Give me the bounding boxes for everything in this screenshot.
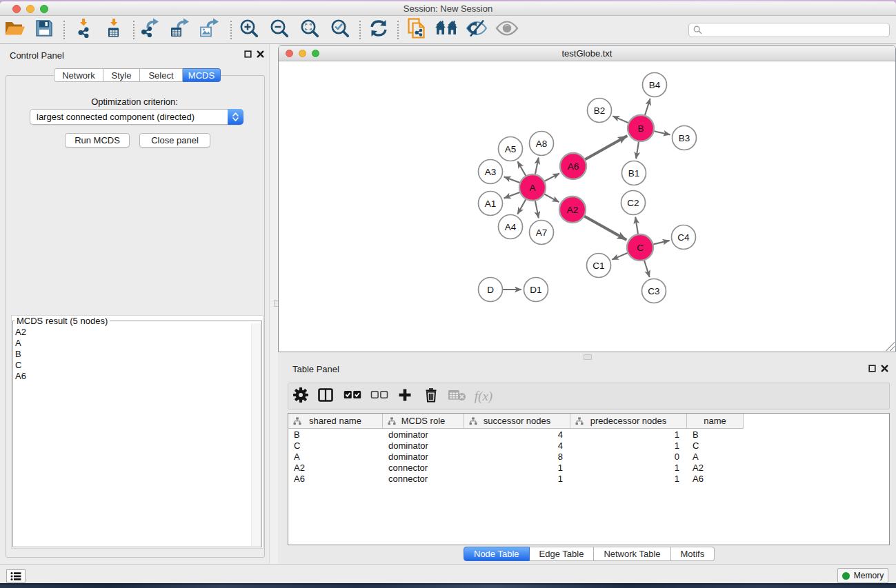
open-session-button[interactable] <box>3 19 26 41</box>
cell-shared-name[interactable]: C <box>288 440 383 452</box>
search-input[interactable] <box>688 23 890 37</box>
node-A5[interactable]: A5 <box>499 137 523 161</box>
tab-motifs[interactable]: Motifs <box>671 547 715 561</box>
cell-successor-nodes[interactable]: 4 <box>464 440 570 452</box>
node-A1[interactable]: A1 <box>479 192 503 216</box>
column-header-MCDS-role[interactable]: MCDS role <box>383 414 464 429</box>
node-D[interactable]: D <box>479 278 503 302</box>
tab-network-table[interactable]: Network Table <box>594 547 670 561</box>
column-header-successor-nodes[interactable]: successor nodes <box>464 414 570 429</box>
table-row[interactable]: A2connector11A2 <box>288 463 744 474</box>
node-A7[interactable]: A7 <box>530 221 554 245</box>
node-B3[interactable]: B3 <box>673 126 697 150</box>
select-all-columns-button[interactable] <box>344 390 361 403</box>
export-network-button[interactable] <box>140 18 161 41</box>
save-session-button[interactable] <box>34 19 54 41</box>
cell-shared-name[interactable]: A <box>288 452 383 463</box>
node-A3[interactable]: A3 <box>479 160 503 184</box>
tab-mcds[interactable]: MCDS <box>183 68 221 82</box>
cell-predecessor-nodes[interactable]: 0 <box>570 452 687 463</box>
zoom-out-button[interactable] <box>269 18 290 41</box>
cell-successor-nodes[interactable]: 8 <box>464 452 570 463</box>
export-table-button[interactable] <box>170 18 190 41</box>
cell-name[interactable]: B <box>687 429 744 440</box>
mcds-result-item[interactable]: A6 <box>15 371 26 382</box>
node-B4[interactable]: B4 <box>643 73 667 97</box>
cell-MCDS-role[interactable]: dominator <box>383 440 464 452</box>
network-window-resize-grip[interactable] <box>886 342 895 351</box>
cell-MCDS-role[interactable]: dominator <box>383 452 464 463</box>
unselect-all-columns-button[interactable] <box>370 390 388 403</box>
cell-predecessor-nodes[interactable]: 1 <box>570 429 687 440</box>
close-panel-icon[interactable] <box>257 50 264 58</box>
node-C2[interactable]: C2 <box>621 191 646 215</box>
toggle-column-display-button[interactable] <box>318 387 333 405</box>
mcds-result-item[interactable]: C <box>15 360 26 371</box>
cell-MCDS-role[interactable]: dominator <box>383 429 464 440</box>
mcds-result-item[interactable]: A2 <box>15 327 26 338</box>
node-B1[interactable]: B1 <box>622 161 646 185</box>
zoom-selected-button[interactable] <box>330 18 350 41</box>
node-D1[interactable]: D1 <box>524 278 548 302</box>
memory-button[interactable]: Memory <box>837 568 888 583</box>
cell-MCDS-role[interactable]: connector <box>383 463 464 474</box>
node-B2[interactable]: B2 <box>588 99 612 123</box>
node-A6[interactable]: A6 <box>560 153 586 179</box>
table-settings-button[interactable] <box>293 387 308 405</box>
tab-edge-table[interactable]: Edge Table <box>530 547 595 561</box>
hide-selected-button[interactable] <box>466 19 488 40</box>
show-selected-button[interactable] <box>495 20 519 39</box>
cell-MCDS-role[interactable]: connector <box>383 474 464 485</box>
tab-select[interactable]: Select <box>140 68 183 82</box>
mcds-result-item[interactable]: B <box>15 349 26 360</box>
import-network-button[interactable] <box>74 18 93 41</box>
node-C3[interactable]: C3 <box>642 279 666 303</box>
node-A4[interactable]: A4 <box>499 215 523 239</box>
cell-predecessor-nodes[interactable]: 1 <box>570 440 687 452</box>
create-new-column-button[interactable] <box>398 388 412 405</box>
export-image-button[interactable] <box>199 18 220 41</box>
table-row[interactable]: Adominator80A <box>288 452 744 463</box>
cell-successor-nodes[interactable]: 4 <box>464 429 570 440</box>
cell-successor-nodes[interactable]: 1 <box>464 463 570 474</box>
cell-shared-name[interactable]: A6 <box>288 474 383 485</box>
cell-name[interactable]: A6 <box>687 474 744 485</box>
node-B[interactable]: B <box>628 115 654 141</box>
cell-name[interactable]: C <box>687 440 744 452</box>
node-A[interactable]: A <box>519 174 546 201</box>
cell-predecessor-nodes[interactable]: 1 <box>570 474 687 485</box>
table-row[interactable]: Cdominator41C <box>288 440 744 452</box>
float-table-panel-icon[interactable] <box>868 365 876 372</box>
mcds-result-scrollbar[interactable] <box>251 323 261 546</box>
close-table-panel-icon[interactable] <box>881 365 888 372</box>
zoom-fit-button[interactable] <box>299 18 320 41</box>
column-header-shared-name[interactable]: shared name <box>288 414 383 429</box>
node-C[interactable]: C <box>627 234 653 261</box>
table-row[interactable]: A6connector11A6 <box>288 474 744 485</box>
node-A2[interactable]: A2 <box>559 196 586 223</box>
import-table-button[interactable] <box>104 18 123 41</box>
network-graph-canvas[interactable]: B4B2BB3A8A5A6A3B1AA1C2A2A4A7C4CC1C3DD1 <box>279 61 895 352</box>
panel-split-divider[interactable] <box>269 44 278 564</box>
cell-shared-name[interactable]: B <box>288 429 383 440</box>
cell-shared-name[interactable]: A2 <box>288 463 383 474</box>
node-A8[interactable]: A8 <box>530 132 554 156</box>
show-all-networks-button[interactable] <box>435 19 458 41</box>
run-mcds-button[interactable]: Run MCDS <box>65 133 130 148</box>
task-history-button[interactable] <box>6 569 26 582</box>
cell-successor-nodes[interactable]: 1 <box>464 474 570 485</box>
column-header-predecessor-nodes[interactable]: predecessor nodes <box>570 414 687 429</box>
delete-columns-button[interactable] <box>424 387 438 405</box>
tab-network[interactable]: Network <box>54 68 103 82</box>
horizontal-split-grip[interactable] <box>584 354 592 360</box>
cell-predecessor-nodes[interactable]: 1 <box>570 463 687 474</box>
column-header-name[interactable]: name <box>687 414 744 429</box>
node-C1[interactable]: C1 <box>587 254 611 278</box>
float-panel-icon[interactable] <box>244 50 252 58</box>
zoom-in-button[interactable] <box>239 18 259 41</box>
cell-name[interactable]: A2 <box>687 463 744 474</box>
criterion-dropdown[interactable]: largest connected component (directed) <box>30 109 243 125</box>
close-panel-button[interactable]: Close panel <box>139 133 210 148</box>
tab-style[interactable]: Style <box>103 68 140 82</box>
table-row[interactable]: Bdominator41B <box>288 429 744 440</box>
